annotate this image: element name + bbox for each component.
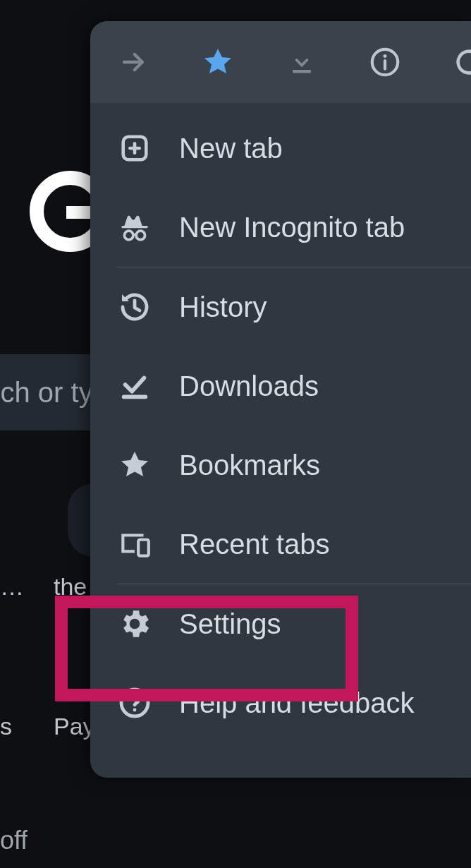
plus-square-icon bbox=[117, 131, 152, 166]
svg-point-13 bbox=[133, 709, 137, 712]
menu-item-label: Help and feedback bbox=[179, 687, 415, 719]
menu-item-label: Recent tabs bbox=[179, 529, 329, 560]
menu-item-new-incognito[interactable]: New Incognito tab bbox=[90, 188, 471, 267]
menu-item-history[interactable]: History bbox=[90, 267, 471, 346]
bg-text-fragment: off bbox=[0, 826, 27, 855]
menu-body: New tab New Incognito tab History Downlo… bbox=[90, 103, 471, 778]
svg-rect-0 bbox=[293, 70, 311, 73]
download-icon[interactable] bbox=[286, 45, 319, 79]
bg-text-fragment: s bbox=[0, 713, 13, 740]
menu-item-label: History bbox=[179, 291, 267, 323]
svg-point-8 bbox=[124, 231, 133, 240]
menu-item-bookmarks[interactable]: Bookmarks bbox=[90, 426, 471, 505]
omnibox-fragment[interactable]: Search or type web address bbox=[0, 354, 92, 430]
downloads-done-icon bbox=[117, 368, 152, 404]
bg-text-fragment: … bbox=[0, 573, 21, 601]
browser-overflow-menu: New tab New Incognito tab History Downlo… bbox=[90, 21, 471, 778]
help-icon bbox=[117, 685, 152, 721]
menu-item-label: Settings bbox=[179, 608, 281, 640]
info-icon[interactable] bbox=[369, 45, 402, 79]
svg-point-3 bbox=[384, 54, 387, 58]
menu-item-label: Bookmarks bbox=[179, 450, 320, 481]
omnibox-placeholder-fragment: Search or type web address bbox=[0, 377, 92, 409]
menu-item-downloads[interactable]: Downloads bbox=[90, 346, 471, 426]
history-icon bbox=[117, 289, 152, 325]
bg-text-fragment: the bbox=[54, 573, 96, 601]
gear-icon bbox=[117, 606, 152, 641]
svg-rect-7 bbox=[121, 226, 148, 228]
menu-item-settings[interactable]: Settings bbox=[90, 584, 471, 663]
devices-icon bbox=[117, 526, 152, 562]
menu-item-label: New tab bbox=[179, 133, 283, 164]
menu-item-label: New Incognito tab bbox=[179, 212, 405, 243]
menu-item-recent-tabs[interactable]: Recent tabs bbox=[90, 505, 471, 584]
svg-point-9 bbox=[136, 231, 145, 240]
menu-item-new-tab[interactable]: New tab bbox=[90, 109, 471, 188]
menu-item-help[interactable]: Help and feedback bbox=[90, 663, 471, 742]
incognito-icon bbox=[117, 210, 152, 245]
svg-rect-11 bbox=[138, 540, 149, 556]
forward-icon[interactable] bbox=[117, 45, 150, 79]
menu-toolbar bbox=[90, 21, 471, 103]
refresh-icon-fragment[interactable] bbox=[453, 45, 472, 79]
menu-item-label: Downloads bbox=[179, 370, 319, 402]
star-icon bbox=[117, 447, 152, 483]
bookmark-star-icon[interactable] bbox=[201, 45, 235, 79]
